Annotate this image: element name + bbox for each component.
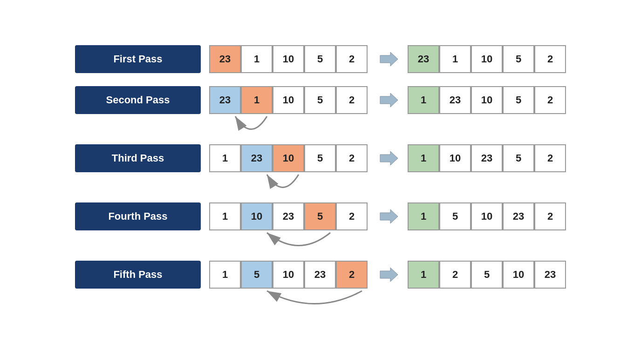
- after-cell-4-2: 10: [471, 202, 503, 230]
- before-cell-3-0: 1: [209, 144, 241, 172]
- before-cell-5-2: 10: [273, 261, 304, 289]
- pass-row-5: Fifth Pass1510232 1251023: [75, 261, 566, 289]
- after-cell-1-0: 23: [408, 45, 439, 73]
- before-cell-5-3: 23: [304, 261, 336, 289]
- pass-row-1: First Pass2311052 2311052: [75, 45, 566, 73]
- before-cell-4-0: 1: [209, 202, 241, 230]
- pass-section-5: Fifth Pass1510232 1251023: [75, 261, 566, 319]
- before-cell-5-1: 5: [241, 261, 273, 289]
- pass-row-4: Fourth Pass1102352 1510232: [75, 202, 566, 230]
- arrow-right-3: [376, 149, 399, 168]
- before-cell-2-3: 5: [304, 86, 336, 114]
- before-array-5: 1510232: [209, 261, 368, 289]
- before-cell-4-2: 23: [273, 202, 304, 230]
- after-cell-5-3: 10: [503, 261, 534, 289]
- before-cell-1-2: 10: [273, 45, 304, 73]
- after-cell-3-2: 23: [471, 144, 503, 172]
- svg-marker-3: [380, 151, 398, 165]
- before-cell-3-4: 2: [336, 144, 368, 172]
- arrow-right-2: [376, 91, 399, 109]
- svg-marker-0: [380, 52, 398, 66]
- curved-arrow-5: [219, 289, 566, 319]
- before-cell-2-2: 10: [273, 86, 304, 114]
- before-cell-1-0: 23: [209, 45, 241, 73]
- pass-section-4: Fourth Pass1102352 1510232: [75, 202, 566, 261]
- svg-marker-5: [380, 209, 398, 223]
- after-cell-2-4: 2: [534, 86, 566, 114]
- after-cell-4-0: 1: [408, 202, 439, 230]
- before-array-4: 1102352: [209, 202, 368, 230]
- pass-label-5: Fifth Pass: [75, 261, 201, 289]
- after-cell-4-3: 23: [503, 202, 534, 230]
- before-cell-3-1: 23: [241, 144, 273, 172]
- after-cell-1-3: 5: [503, 45, 534, 73]
- diagram: First Pass2311052 2311052Second Pass2311…: [47, 31, 594, 333]
- pass-section-2: Second Pass2311052 1231052: [75, 86, 566, 144]
- pass-label-3: Third Pass: [75, 144, 201, 172]
- pass-section-3: Third Pass1231052 1102352: [75, 144, 566, 202]
- after-cell-2-2: 10: [471, 86, 503, 114]
- svg-marker-1: [380, 93, 398, 107]
- svg-marker-7: [380, 268, 398, 282]
- before-cell-2-1: 1: [241, 86, 273, 114]
- before-cell-3-2: 10: [273, 144, 304, 172]
- pass-label-4: Fourth Pass: [75, 202, 201, 230]
- before-cell-5-4: 2: [336, 261, 368, 289]
- after-cell-3-4: 2: [534, 144, 566, 172]
- pass-label-2: Second Pass: [75, 86, 201, 114]
- before-cell-3-3: 5: [304, 144, 336, 172]
- after-cell-5-1: 2: [439, 261, 471, 289]
- after-cell-3-1: 10: [439, 144, 471, 172]
- pass-section-1: First Pass2311052 2311052: [75, 45, 566, 86]
- after-cell-3-3: 5: [503, 144, 534, 172]
- after-cell-5-0: 1: [408, 261, 439, 289]
- before-cell-5-0: 1: [209, 261, 241, 289]
- after-cell-1-1: 1: [439, 45, 471, 73]
- after-cell-5-4: 23: [534, 261, 566, 289]
- before-array-3: 1231052: [209, 144, 368, 172]
- arrow-right-5: [376, 265, 399, 284]
- before-cell-1-4: 2: [336, 45, 368, 73]
- after-cell-2-1: 23: [439, 86, 471, 114]
- after-cell-3-0: 1: [408, 144, 439, 172]
- after-cell-5-2: 5: [471, 261, 503, 289]
- pass-label-1: First Pass: [75, 45, 201, 73]
- curved-arrow-4: [219, 230, 566, 261]
- after-array-1: 2311052: [408, 45, 566, 73]
- after-cell-1-4: 2: [534, 45, 566, 73]
- after-array-5: 1251023: [408, 261, 566, 289]
- after-cell-2-0: 1: [408, 86, 439, 114]
- after-cell-1-2: 10: [471, 45, 503, 73]
- after-cell-2-3: 5: [503, 86, 534, 114]
- curved-arrow-2: [219, 114, 566, 144]
- curved-arrow-3: [219, 172, 566, 202]
- after-cell-4-1: 5: [439, 202, 471, 230]
- before-cell-2-4: 2: [336, 86, 368, 114]
- before-cell-1-1: 1: [241, 45, 273, 73]
- pass-row-2: Second Pass2311052 1231052: [75, 86, 566, 114]
- before-array-2: 2311052: [209, 86, 368, 114]
- before-cell-4-3: 5: [304, 202, 336, 230]
- before-cell-2-0: 23: [209, 86, 241, 114]
- arrow-right-1: [376, 50, 399, 68]
- after-array-2: 1231052: [408, 86, 566, 114]
- before-cell-4-4: 2: [336, 202, 368, 230]
- after-array-3: 1102352: [408, 144, 566, 172]
- pass-row-3: Third Pass1231052 1102352: [75, 144, 566, 172]
- after-array-4: 1510232: [408, 202, 566, 230]
- before-cell-4-1: 10: [241, 202, 273, 230]
- before-array-1: 2311052: [209, 45, 368, 73]
- arrow-right-4: [376, 207, 399, 226]
- before-cell-1-3: 5: [304, 45, 336, 73]
- after-cell-4-4: 2: [534, 202, 566, 230]
